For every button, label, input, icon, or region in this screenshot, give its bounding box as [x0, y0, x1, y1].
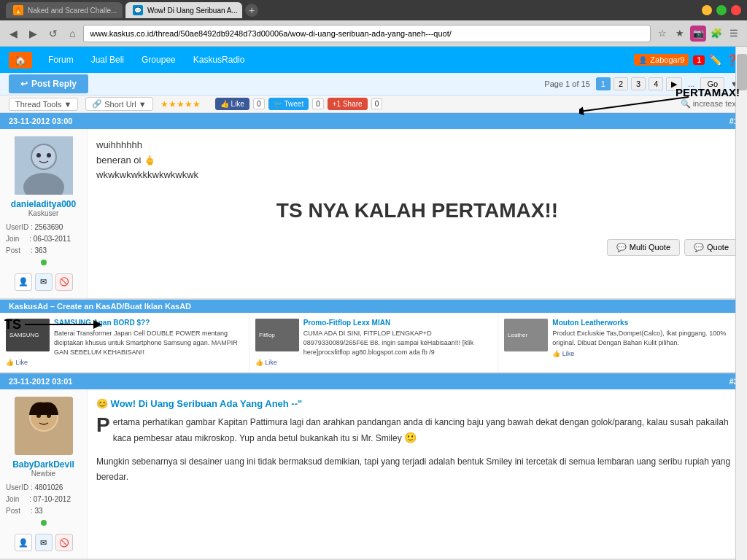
browser-tab-1[interactable]: 🔥 Naked and Scared Challe... ✕: [6, 2, 123, 18]
notification-badge[interactable]: 1: [693, 55, 705, 65]
new-tab-button[interactable]: +: [245, 4, 258, 17]
post2-para1: Pertama perhatikan gambar Kapitan Pattim…: [96, 415, 738, 447]
short-url-button[interactable]: 🔗 Short Url ▼: [85, 97, 152, 111]
menu-icon[interactable]: ☰: [727, 26, 741, 41]
toolbar-icons: ☆ ★ 📷 🧩 ☰: [655, 26, 741, 42]
svg-point-5: [47, 153, 51, 158]
short-url-label: Short Url: [104, 100, 136, 109]
kasad-img-3: Leather: [504, 319, 548, 351]
page-info: Page 1 of 15: [544, 79, 589, 88]
like-count: 0: [253, 98, 265, 109]
post1-line1: wuihhhhhh: [96, 138, 738, 153]
thread-tools-label: Thread Tools: [15, 100, 61, 109]
thread-tools-button[interactable]: Thread Tools ▼: [9, 98, 78, 111]
address-bar[interactable]: [83, 25, 651, 42]
kasad-item-2: Fitflop Promo-Fitflop Lexx MIAN CUMA ADA…: [249, 313, 499, 372]
post1-body: danieladitya000 Kaskuser UserID : 256369…: [0, 129, 747, 300]
post1-userinfo: UserID : 2563690 Join : 06-03-2011 Post …: [6, 222, 81, 257]
nav-forum[interactable]: Forum: [39, 49, 82, 71]
short-url-chevron: ▼: [139, 100, 147, 109]
quote-button[interactable]: 💬 Quote: [684, 239, 738, 256]
scrollbar-thumb[interactable]: [737, 54, 747, 90]
reload-button[interactable]: ↺: [45, 26, 61, 41]
svg-point-3: [32, 145, 55, 168]
browser-toolbar: ◀ ▶ ↺ ⌂ ☆ ★ 📷 🧩 ☰: [0, 20, 747, 47]
post1-username[interactable]: danieladitya000: [6, 199, 81, 209]
forward-button[interactable]: ▶: [26, 26, 41, 41]
ts-annotation: TS: [4, 317, 21, 332]
online-indicator: [41, 260, 47, 265]
post2-title: 😊 Wow! Di Uang Seribuan Ada Yang Aneh --…: [96, 398, 738, 409]
star-icon[interactable]: ☆: [655, 26, 670, 41]
tweet-button[interactable]: 🐦 Tweet: [268, 98, 309, 110]
tab-icon-2: 💬: [133, 5, 143, 15]
post1-date: 23-11-2012 03:00: [9, 117, 72, 125]
site-navbar: 🏠 Forum Jual Beli Groupee KaskusRadio 👤 …: [0, 47, 747, 73]
svg-text:Leather: Leather: [508, 332, 527, 338]
browser-tab-2[interactable]: 💬 Wow! Di Uang Seribuan A... ✕: [125, 2, 242, 18]
kasad-like-2[interactable]: 👍 Like: [255, 359, 492, 366]
pm-button[interactable]: ✉: [35, 273, 53, 291]
close-button[interactable]: [731, 5, 741, 15]
post2-body: BabyDarkDevil Newbie UserID : 4801026 Jo…: [0, 389, 747, 560]
svg-line-18: [579, 97, 689, 112]
nav-kaskusradio[interactable]: KaskusRadio: [185, 49, 254, 71]
short-url-icon: 🔗: [92, 99, 102, 109]
extension-icon[interactable]: 🧩: [709, 26, 724, 41]
svg-point-4: [36, 153, 41, 158]
page-3-button[interactable]: 3: [631, 77, 646, 90]
post1-sidebar: danieladitya000 Kaskuser UserID : 256369…: [0, 129, 88, 298]
maximize-button[interactable]: [716, 5, 727, 15]
edit-icon[interactable]: ✏️: [709, 54, 721, 66]
page-1-button[interactable]: 1: [596, 77, 611, 90]
post2-ignore-button[interactable]: 🚫: [55, 534, 73, 551]
gplus-count: 0: [371, 98, 383, 109]
like-button[interactable]: 👍 Like: [215, 98, 249, 110]
site-logo[interactable]: 🏠: [9, 52, 32, 69]
gplus-button[interactable]: +1 Share: [328, 98, 368, 110]
post-reply-label: Post Reply: [31, 79, 77, 89]
kasad-img-2: Fitflop: [255, 319, 299, 351]
post2-para2: Mungkin sebenarnya si desainer uang ini …: [96, 454, 738, 484]
post2-online-indicator: [41, 520, 47, 526]
post1-avatar: [15, 136, 73, 195]
dropcap: P: [96, 415, 110, 435]
svg-text:Fitflop: Fitflop: [259, 332, 275, 338]
profile-button[interactable]: 👤: [15, 273, 32, 291]
post2-pm-button[interactable]: ✉: [35, 534, 53, 551]
post2-profile-button[interactable]: 👤: [15, 534, 32, 551]
nav-jual-beli[interactable]: Jual Beli: [82, 49, 133, 71]
rating-stars[interactable]: ★★★★★: [160, 99, 201, 109]
bookmark-icon[interactable]: ★: [673, 26, 687, 41]
ignore-button[interactable]: 🚫: [55, 273, 73, 291]
home-button[interactable]: ⌂: [66, 26, 79, 41]
post2-username[interactable]: BabyDarkDevil: [6, 459, 81, 470]
post2-sidebar: BabyDarkDevil Newbie UserID : 4801026 Jo…: [0, 389, 88, 559]
kasad-like-1[interactable]: 👍 Like: [6, 359, 243, 366]
post2-header: 23-11-2012 03:01 #2: [0, 373, 747, 389]
page-4-button[interactable]: 4: [649, 77, 663, 90]
post1-header: 23-11-2012 03:00 #1: [0, 113, 747, 129]
nav-right: 👤 Zabogar9 1 ✏️ ❓: [634, 54, 738, 66]
kasad-bar: KaskusAd – Create an KasAD/Buat Iklan Ka…: [0, 300, 747, 314]
minimize-button[interactable]: [702, 5, 712, 15]
quote-icon: 💬: [616, 243, 627, 252]
post1-rank: Kaskuser: [6, 209, 81, 217]
reply-icon: ↩: [20, 79, 28, 89]
nav-groupee[interactable]: Groupee: [133, 49, 185, 71]
post2-content: 😊 Wow! Di Uang Seribuan Ada Yang Aneh --…: [88, 389, 747, 559]
tweet-count: 0: [312, 98, 324, 109]
pertamax-annotation: PERTAMAX!: [676, 86, 740, 98]
username-label: Zabogar9: [650, 55, 684, 64]
scrollbar-track[interactable]: [735, 47, 747, 560]
user-badge[interactable]: 👤 Zabogar9: [634, 54, 689, 66]
tab-label-2: Wow! Di Uang Seribuan A...: [147, 7, 238, 15]
multiquote-button[interactable]: 💬 Multi Quote: [607, 239, 680, 256]
thread-tools-chevron: ▼: [63, 100, 71, 109]
post-reply-bar: ↩ Post Reply Page 1 of 15 1 2 3 4 ▶ ... …: [0, 73, 747, 96]
page-2-button[interactable]: 2: [614, 77, 628, 90]
kasad-item-3: Leather Mouton Leatherworks Product Excl…: [498, 313, 747, 372]
post-reply-button[interactable]: ↩ Post Reply: [9, 74, 88, 93]
back-button[interactable]: ◀: [6, 26, 21, 41]
instagram-icon[interactable]: 📷: [690, 26, 706, 42]
